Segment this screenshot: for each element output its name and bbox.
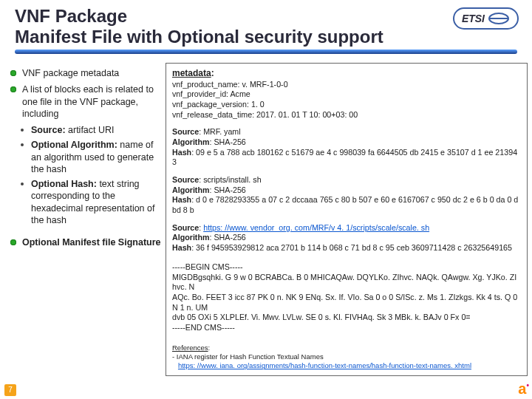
title-line1: VNF Package <box>15 6 127 26</box>
metadata-heading: metadata: <box>172 68 521 79</box>
left-item-signature: Optional Manifest file Signature <box>22 236 161 248</box>
block-1: Source: MRF. yaml Algorithm: SHA-256 Has… <box>172 127 521 168</box>
left-sub-algorithm: Optional Algorithm: name of an algorithm… <box>31 139 161 175</box>
references: References: - IANA register for Hash Fun… <box>172 344 521 371</box>
left-column: VNF package metadata A list of blocks ea… <box>10 63 161 376</box>
page-number: 7 <box>4 384 16 396</box>
iana-link[interactable]: https: //www. iana. org/assignments/hash… <box>178 361 471 369</box>
source-link[interactable]: https: //www. vendor_org. com/MRF/v 4. 1… <box>203 223 429 232</box>
left-sub-hash: Optional Hash: text string corresponding… <box>31 178 161 226</box>
meta-product: vnf_product_name: v. MRF-1-0-0 <box>172 80 521 90</box>
left-item-blocks: A list of blocks each is related to one … <box>22 83 161 120</box>
header-divider <box>15 50 517 54</box>
bullet-icon <box>10 86 16 92</box>
meta-release: vnf_release_data_time: 2017. 01. 01 T 10… <box>172 110 521 120</box>
cms-block: -----BEGIN CMS----- MIGDBgsqhki. G 9 w 0… <box>172 262 521 333</box>
bullet-icon <box>10 239 16 245</box>
meta-version: vnf_package_version: 1. 0 <box>172 100 521 110</box>
dot-icon <box>21 143 24 146</box>
etsi-logo-text: ETSI <box>462 13 485 24</box>
a-logo: a• <box>518 381 529 398</box>
meta-provider: vnf_provider_id: Acme <box>172 89 521 100</box>
left-sub-source: Source: artifact URI <box>31 124 115 136</box>
etsi-logo: ETSI <box>453 7 519 30</box>
globe-icon <box>488 12 510 25</box>
block-2: Source: scripts/install. sh Algorithm: S… <box>172 175 521 216</box>
right-panel: metadata: vnf_product_name: v. MRF-1-0-0… <box>166 63 528 376</box>
left-item-metadata: VNF package metadata <box>22 67 119 79</box>
dot-icon <box>21 183 24 185</box>
dot-icon <box>21 129 24 132</box>
title-line2: Manifest File with Optional security sup… <box>15 27 383 47</box>
block-3: Source: https: //www. vendor_org. com/MR… <box>172 223 521 253</box>
bullet-icon <box>10 70 16 76</box>
